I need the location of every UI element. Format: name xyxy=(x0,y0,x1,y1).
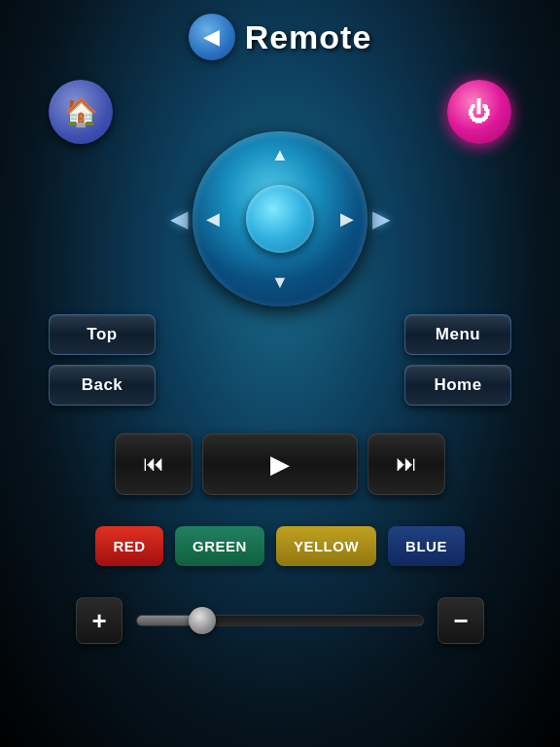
dpad-left-inner-icon: ◀ xyxy=(206,208,220,230)
volume-minus-button[interactable]: − xyxy=(438,597,484,644)
header: ◀ Remote xyxy=(0,0,560,70)
dpad-right-arrow[interactable]: ▶ xyxy=(368,205,395,232)
nav-row-bottom: Back Home xyxy=(49,365,511,406)
dpad-center-row: ◀ ▲ ▼ ◀ ▶ ▶ xyxy=(165,131,395,306)
house-icon: 🏠 xyxy=(64,96,98,128)
play-button[interactable]: ▶ xyxy=(202,433,358,495)
dpad-section: ◀ ▲ ▼ ◀ ▶ ▶ xyxy=(0,139,560,306)
volume-slider-thumb[interactable] xyxy=(189,607,216,634)
dpad-circle[interactable]: ▲ ▼ ◀ ▶ xyxy=(192,131,368,306)
power-icon: ⏻ xyxy=(468,98,491,125)
home-button[interactable]: 🏠 xyxy=(49,80,113,144)
dpad-left-arrow[interactable]: ◀ xyxy=(165,205,192,232)
red-button[interactable]: RED xyxy=(95,526,163,566)
dpad-up-arrow-icon: ▲ xyxy=(271,145,289,165)
green-button[interactable]: GREEN xyxy=(175,526,264,566)
back-nav-button[interactable]: Back xyxy=(49,365,156,406)
back-button[interactable]: ◀ xyxy=(189,14,235,60)
media-controls: ⏮ ▶ ⏭ xyxy=(115,433,445,495)
volume-slider-fill xyxy=(137,616,194,625)
volume-plus-button[interactable]: + xyxy=(76,597,122,644)
home-nav-button[interactable]: Home xyxy=(404,365,511,406)
yellow-button[interactable]: YELLOW xyxy=(276,526,376,566)
app-background: ◀ Remote 🏠 ⏻ ◀ ▲ ▼ ◀ ▶ ▶ Top Men xyxy=(0,0,560,747)
volume-section: + − xyxy=(76,597,484,644)
volume-slider-track[interactable] xyxy=(136,615,424,626)
back-arrow-icon: ◀ xyxy=(203,26,220,48)
color-buttons: RED GREEN YELLOW BLUE xyxy=(95,526,465,566)
dpad-inner-circle xyxy=(246,185,314,253)
nav-row-top: Top Menu xyxy=(49,314,511,355)
prev-button[interactable]: ⏮ xyxy=(115,433,192,495)
menu-button[interactable]: Menu xyxy=(404,314,511,355)
dpad-right-inner-icon: ▶ xyxy=(340,208,354,230)
blue-button[interactable]: BLUE xyxy=(388,526,465,566)
power-button[interactable]: ⏻ xyxy=(447,80,511,144)
next-button[interactable]: ⏭ xyxy=(368,433,445,495)
nav-buttons: Top Menu Back Home xyxy=(0,314,560,406)
top-button[interactable]: Top xyxy=(49,314,156,355)
app-title: Remote xyxy=(245,18,372,56)
dpad-down-arrow-icon: ▼ xyxy=(271,272,289,293)
